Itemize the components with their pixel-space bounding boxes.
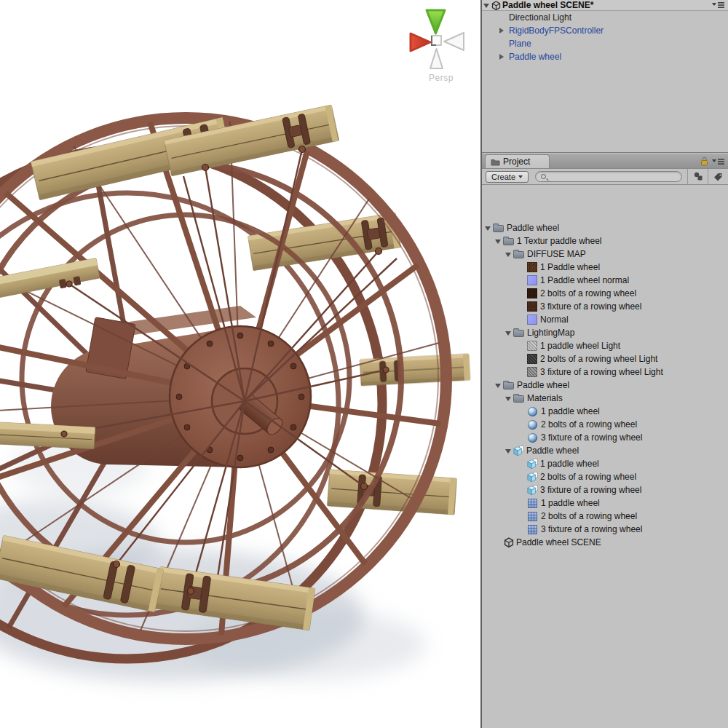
texture-brown-icon (527, 262, 537, 272)
tree-row-scene-asset[interactable]: Paddle wheel SCENE (482, 536, 728, 549)
tree-row-lightingmap[interactable]: LightingMap (482, 326, 728, 339)
tree-row-texture[interactable]: 1 Paddle wheel normal (482, 274, 728, 287)
foldout-open-icon[interactable] (483, 4, 489, 8)
prefab-model-icon (527, 459, 538, 470)
foldout-open-icon[interactable] (485, 226, 491, 231)
mesh-icon (528, 512, 537, 521)
search-by-label-icon (713, 172, 724, 182)
search-icon (541, 174, 546, 179)
tree-row-material[interactable]: 3 fixture of a rowing wheel (482, 431, 728, 444)
right-dock: Paddle wheel SCENE* Directional Light Ri… (480, 0, 728, 728)
gizmo-projection-label[interactable]: Persp (421, 73, 462, 83)
hierarchy-item-paddle-wheel[interactable]: Paddle wheel (482, 50, 728, 63)
paddle-plank-upper-left-edge (0, 258, 100, 302)
hierarchy-item-directional-light[interactable]: Directional Light (482, 11, 728, 24)
tree-row-texture[interactable]: 3 fixture of a rowing wheel (482, 300, 728, 313)
prefab-model-icon (527, 472, 538, 483)
create-button[interactable]: Create (486, 171, 529, 183)
foldout-open-icon[interactable] (505, 449, 511, 454)
paddle-wheel-rendering (0, 0, 480, 728)
lightmap-light-icon (527, 341, 537, 351)
foldout-closed-icon[interactable] (499, 54, 504, 60)
project-panel: Project Create (482, 154, 728, 728)
tree-row-model-child[interactable]: 1 paddle wheel (482, 457, 728, 470)
texture-dark-brown-icon (527, 288, 537, 298)
project-toolbar: Create (482, 169, 728, 185)
scene-viewport[interactable]: Persp (0, 0, 480, 728)
hierarchy-item-label: Paddle wheel (509, 50, 561, 63)
scene-icon (504, 537, 514, 547)
foldout-open-icon[interactable] (505, 331, 511, 336)
foldout-open-icon[interactable] (495, 240, 501, 244)
hierarchy-scene-header[interactable]: Paddle wheel SCENE* (482, 0, 728, 11)
dropdown-caret-icon (518, 175, 523, 178)
search-input[interactable] (546, 173, 676, 181)
mesh-icon (528, 525, 537, 534)
tab-label: Project (503, 155, 530, 168)
lock-icon[interactable] (700, 157, 708, 166)
tree-row-paddle-wheel-model[interactable]: Paddle wheel (482, 444, 728, 457)
paddle-plank-right (360, 354, 470, 386)
tree-row-texture[interactable]: Normal (482, 313, 728, 326)
search-field[interactable] (535, 171, 682, 182)
hierarchy-item-rigidbodyfpscontroller[interactable]: RigidBodyFPSController (482, 24, 728, 37)
search-by-type-button[interactable] (687, 169, 708, 184)
texture-brown-icon (527, 301, 537, 312)
folder-icon (503, 382, 514, 389)
folder-icon (513, 395, 524, 403)
gizmo-center-cube[interactable] (432, 36, 441, 45)
gizmo-x-axis-cone[interactable] (411, 33, 430, 51)
hierarchy-item-label: RigidBodyFPSController (509, 24, 604, 37)
tree-row-mesh[interactable]: 2 bolts of a rowing wheel (482, 510, 728, 523)
tree-row-material[interactable]: 1 paddle wheel (482, 405, 728, 418)
scene-title: Paddle wheel SCENE* (502, 0, 593, 11)
paddle-plank-upper-right (248, 213, 401, 270)
foldout-open-icon[interactable] (505, 397, 511, 401)
hierarchy-item-plane[interactable]: Plane (482, 37, 728, 50)
folder-icon (513, 330, 524, 337)
tree-row-model-child[interactable]: 3 fixture of a rowing wheel (482, 483, 728, 496)
foldout-open-icon[interactable] (505, 253, 511, 257)
tree-row-texture[interactable]: 1 Paddle wheel (482, 261, 728, 274)
project-tabbar: Project (482, 154, 728, 169)
mesh-icon (528, 499, 537, 508)
material-sphere-icon (528, 407, 537, 416)
foldout-open-icon[interactable] (495, 384, 501, 388)
gizmo-axis-cone-right[interactable] (444, 33, 464, 50)
texture-normal-map-icon (527, 275, 537, 285)
tree-row-mesh[interactable]: 1 paddle wheel (482, 496, 728, 510)
tree-row-lightmap[interactable]: 3 fixture of a rowing wheel Light (482, 365, 728, 379)
lightmap-gray-icon (527, 367, 537, 377)
lightmap-dark-icon (527, 354, 537, 364)
texture-normal-map-icon (527, 314, 537, 325)
tree-row-materials[interactable]: Materials (482, 392, 728, 405)
material-sphere-icon (528, 420, 537, 430)
gizmo-axis-cone-bottom[interactable] (430, 49, 443, 68)
prefab-model-icon (527, 485, 538, 496)
tree-row-paddle-wheel-root[interactable]: Paddle wheel (482, 221, 728, 234)
hierarchy-item-label: Directional Light (509, 11, 571, 24)
tree-row-1-textur-paddle-wheel[interactable]: 1 Textur paddle wheel (482, 234, 728, 248)
folder-tab-icon (491, 158, 500, 166)
panel-menu-icon[interactable] (712, 1, 725, 9)
prefab-model-icon (513, 446, 524, 456)
tree-row-texture[interactable]: 2 bolts of a rowing wheel (482, 287, 728, 300)
search-by-label-button[interactable] (708, 169, 728, 184)
tree-row-paddle-wheel-folder[interactable]: Paddle wheel (482, 379, 728, 392)
project-tree: Paddle wheel 1 Textur paddle wheel DIFFU… (482, 221, 728, 549)
foldout-closed-icon[interactable] (499, 28, 504, 33)
create-button-label: Create (491, 172, 515, 182)
panel-menu-icon[interactable] (712, 158, 725, 165)
tree-row-model-child[interactable]: 2 bolts of a rowing wheel (482, 470, 728, 483)
tree-row-lightmap[interactable]: 1 paddle wheel Light (482, 339, 728, 352)
hub-flange (170, 326, 311, 467)
tab-project[interactable]: Project (485, 154, 550, 168)
tree-row-material[interactable]: 2 bolts of a rowing wheel (482, 418, 728, 431)
gizmo-y-axis-cone[interactable] (427, 10, 445, 33)
unity-scene-icon (491, 1, 501, 10)
tree-row-lightmap[interactable]: 2 bolts of a rowing wheel Light (482, 352, 728, 365)
tree-row-mesh[interactable]: 3 fixture of a rowing wheel (482, 523, 728, 536)
tree-row-diffuse-map[interactable]: DIFFUSE MAP (482, 248, 728, 261)
search-by-type-icon (693, 172, 703, 181)
material-sphere-icon (528, 433, 537, 443)
